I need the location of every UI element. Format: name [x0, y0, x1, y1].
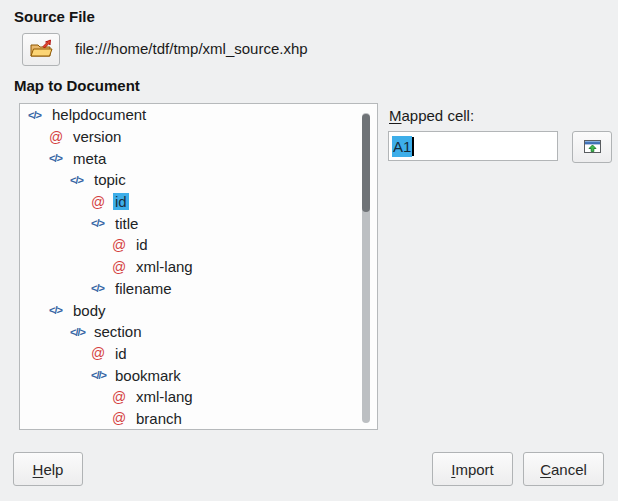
attribute-icon: @: [49, 129, 67, 145]
attribute-icon: @: [91, 345, 109, 361]
tree-item-label: bookmark: [113, 367, 183, 384]
mapped-cell-label-mnemonic: M: [389, 107, 402, 124]
tree-item-label: filename: [113, 280, 174, 297]
attribute-icon: @: [112, 237, 130, 253]
help-button-mnemonic: H: [33, 461, 44, 478]
attribute-icon: @: [91, 194, 109, 210]
tree-item-label: body: [71, 302, 108, 319]
tree-item-title[interactable]: </>title: [20, 212, 377, 234]
tree-item-xml-lang[interactable]: @xml-lang: [20, 256, 377, 278]
cancel-button-label: ancel: [551, 461, 587, 478]
tree-item-topic[interactable]: </>topic: [20, 169, 377, 191]
tree-item-label: topic: [92, 171, 128, 188]
tree-item-label: section: [92, 323, 144, 340]
shrink-to-cell-icon: [582, 138, 603, 156]
source-file-path: file:///home/tdf/tmp/xml_source.xhp: [75, 40, 308, 57]
tree-item-version[interactable]: @version: [20, 126, 377, 148]
tree-item-branch[interactable]: @branch: [20, 408, 377, 430]
tree-item-id[interactable]: @id: [20, 343, 377, 365]
help-button[interactable]: Help: [13, 452, 83, 486]
mapped-cell-label-rest: apped cell:: [402, 107, 475, 124]
tree-item-body[interactable]: </>body: [20, 299, 377, 321]
tree-item-bookmark[interactable]: <//>bookmark: [20, 364, 377, 386]
attribute-icon: @: [112, 410, 130, 426]
tree-item-helpdocument[interactable]: </>helpdocument: [20, 104, 377, 126]
recurring-element-icon: <//>: [91, 369, 109, 381]
tree-item-xml-lang[interactable]: @xml-lang: [20, 386, 377, 408]
recurring-element-icon: <//>: [70, 326, 88, 338]
cancel-button-mnemonic: C: [540, 461, 551, 478]
import-button-label: mport: [455, 461, 493, 478]
map-to-document-heading: Map to Document: [14, 77, 140, 94]
scrollbar-thumb[interactable]: [362, 114, 370, 212]
tree-item-label: meta: [71, 150, 108, 167]
mapped-cell-value: A1: [392, 136, 412, 157]
tree-item-meta[interactable]: </>meta: [20, 147, 377, 169]
tree-item-label: title: [113, 215, 140, 232]
attribute-icon: @: [112, 389, 130, 405]
tree-item-label: id: [113, 193, 129, 210]
help-button-label: elp: [43, 461, 63, 478]
cancel-button[interactable]: Cancel: [523, 452, 604, 486]
open-folder-icon: [29, 39, 54, 60]
element-icon: </>: [70, 174, 88, 186]
element-icon: </>: [91, 282, 109, 294]
element-icon: </>: [49, 304, 67, 316]
tree-item-label: version: [71, 128, 123, 145]
source-file-heading: Source File: [14, 8, 95, 25]
tree-item-label: id: [113, 345, 129, 362]
text-caret: [412, 137, 414, 156]
tree-item-id[interactable]: @id: [20, 234, 377, 256]
tree-item-label: xml-lang: [134, 258, 195, 275]
element-icon: </>: [91, 217, 109, 229]
tree-item-label: xml-lang: [134, 388, 195, 405]
mapped-cell-label: Mapped cell:: [389, 107, 474, 124]
tree-item-label: branch: [134, 410, 184, 427]
tree-item-label: id: [134, 236, 150, 253]
mapped-cell-input[interactable]: A1: [388, 131, 558, 161]
element-icon: </>: [28, 109, 46, 121]
browse-file-button[interactable]: [22, 33, 60, 66]
shrink-button[interactable]: [572, 131, 612, 163]
xml-source-dialog: Source File file:///home/tdf/tmp/xml_sou…: [0, 0, 618, 501]
tree-item-section[interactable]: <//>section: [20, 321, 377, 343]
tree-item-filename[interactable]: </>filename: [20, 278, 377, 300]
import-button[interactable]: Import: [432, 452, 513, 486]
attribute-icon: @: [112, 259, 130, 275]
tree-item-id[interactable]: @id: [20, 191, 377, 213]
tree-item-label: helpdocument: [50, 106, 148, 123]
xml-tree[interactable]: </>helpdocument@version</>meta</>topic@i…: [19, 103, 378, 430]
element-icon: </>: [49, 152, 67, 164]
